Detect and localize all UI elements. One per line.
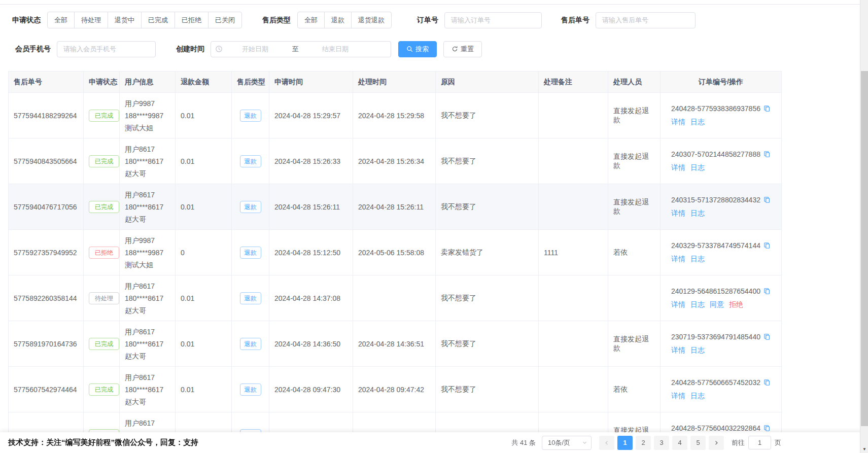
action-link[interactable]: 日志 xyxy=(690,255,705,263)
remark-cell xyxy=(539,412,608,433)
filter-row-1: 申请状态 全部待处理退货中已完成已拒绝已关闭 售后类型 全部退款退货退款 订单号… xyxy=(0,12,868,28)
reason-cell: 我不想要了 xyxy=(436,138,539,184)
refund-amount-cell: 0 xyxy=(176,230,232,275)
user-info-line: 180****8617 xyxy=(125,155,170,167)
user-info-cell: 用户8617180****8617赵大哥 xyxy=(120,184,176,230)
table-row: 已完成 用户8617 退款 直接发起退款 240428-577560403229… xyxy=(9,412,782,433)
prev-page-button[interactable] xyxy=(599,436,614,450)
order-actions-cell: 240428-5775606657452032 详情日志 xyxy=(661,367,782,412)
type-filter-label: 售后类型 xyxy=(262,16,291,25)
reset-button[interactable]: 重置 xyxy=(443,41,482,57)
table-row: 5775927357949952 已拒绝 用户9987188****9987测试… xyxy=(9,230,782,275)
page-size-select[interactable]: 10条/页 xyxy=(542,436,592,450)
copy-icon[interactable] xyxy=(763,196,771,205)
action-link[interactable]: 日志 xyxy=(690,300,705,308)
search-icon xyxy=(406,46,413,52)
action-link[interactable]: 详情 xyxy=(671,255,685,263)
goto-page-input[interactable] xyxy=(748,436,771,449)
user-info-cell: 用户9987188****9987测试大姐 xyxy=(120,93,176,138)
copy-icon[interactable] xyxy=(763,288,771,296)
handler-cell xyxy=(608,275,661,321)
status-option[interactable]: 已完成 xyxy=(141,12,175,28)
remark-cell xyxy=(539,184,608,230)
status-badge: 已完成 xyxy=(89,201,119,213)
reason-cell: 卖家发错货了 xyxy=(436,230,539,275)
remark-cell xyxy=(539,321,608,367)
order-number: 240307-5702144858277888 xyxy=(671,150,760,158)
reason-cell: 我不想要了 xyxy=(436,93,539,138)
copy-icon[interactable] xyxy=(763,105,771,114)
action-link[interactable]: 详情 xyxy=(671,163,685,171)
action-link[interactable]: 同意 xyxy=(710,300,724,308)
chevron-down-icon xyxy=(582,440,587,445)
status-option[interactable]: 待处理 xyxy=(74,12,108,28)
order-no-input[interactable] xyxy=(444,12,542,28)
page-button[interactable]: 5 xyxy=(690,436,706,450)
search-button[interactable]: 搜索 xyxy=(398,41,437,57)
action-link[interactable]: 拒绝 xyxy=(729,300,743,308)
start-date-input[interactable] xyxy=(223,45,288,53)
page-button[interactable]: 3 xyxy=(654,436,669,450)
type-cell: 退款 xyxy=(232,93,269,138)
scrollbar-thumb[interactable] xyxy=(861,71,868,426)
apply-time-cell: 2024-04-28 15:12:50 xyxy=(269,230,353,275)
aftersale-no-input[interactable] xyxy=(596,12,696,28)
user-info-line: 用户9987 xyxy=(125,97,170,110)
action-link[interactable]: 日志 xyxy=(690,118,705,126)
status-cell: 已完成 xyxy=(84,321,120,367)
order-number: 240428-5775606657452032 xyxy=(671,378,760,387)
action-link[interactable]: 日志 xyxy=(690,346,705,354)
phone-input[interactable] xyxy=(57,41,156,57)
type-option[interactable]: 退货退款 xyxy=(351,12,392,28)
remark-cell xyxy=(539,138,608,184)
apply-time-cell xyxy=(269,412,353,433)
action-link[interactable]: 日志 xyxy=(690,209,705,217)
column-header: 处理时间 xyxy=(353,72,436,93)
action-link[interactable]: 详情 xyxy=(671,346,685,354)
action-link[interactable]: 详情 xyxy=(671,392,685,400)
status-option[interactable]: 已关闭 xyxy=(208,12,242,28)
copy-icon[interactable] xyxy=(763,333,771,342)
copy-icon[interactable] xyxy=(763,151,771,159)
action-link[interactable]: 详情 xyxy=(671,209,685,217)
aftersale-no-cell: 5775940476717056 xyxy=(9,184,84,230)
column-header: 处理备注 xyxy=(539,72,608,93)
handler-cell: 直接发起退款 xyxy=(608,184,661,230)
end-date-input[interactable] xyxy=(303,45,368,53)
vertical-scrollbar[interactable]: ▼ xyxy=(860,0,868,453)
footer-bar: 技术支持：关注“编写美好前程”微信公众号，回复：支持 共 41 条 10条/页 … xyxy=(0,432,868,453)
status-option[interactable]: 退货中 xyxy=(108,12,142,28)
type-option[interactable]: 全部 xyxy=(297,12,325,28)
refund-amount-cell: 0.01 xyxy=(176,138,232,184)
row-actions: 详情日志 xyxy=(671,118,771,127)
scrollbar-down-arrow[interactable]: ▼ xyxy=(860,447,868,451)
next-page-button[interactable] xyxy=(709,436,724,450)
copy-icon[interactable] xyxy=(763,379,771,388)
copy-icon[interactable] xyxy=(763,242,771,251)
created-time-label: 创建时间 xyxy=(176,45,204,54)
row-actions: 详情日志 xyxy=(671,209,771,218)
handle-time-cell: 2024-04-28 09:47:42 xyxy=(353,367,436,412)
page-button[interactable]: 1 xyxy=(617,436,633,450)
reason-cell xyxy=(436,412,539,433)
handle-time-cell: 2024-05-06 15:58:08 xyxy=(353,230,436,275)
status-option[interactable]: 已拒绝 xyxy=(175,12,209,28)
user-info-line: 180****8617 xyxy=(125,201,170,213)
status-option[interactable]: 全部 xyxy=(47,12,75,28)
support-text: 技术支持：关注“编写美好前程”微信公众号，回复：支持 xyxy=(8,438,198,447)
type-cell: 退款 xyxy=(232,230,269,275)
table-row: 5775891970164736 已完成 用户8617180****8617赵大… xyxy=(9,321,782,367)
copy-icon[interactable] xyxy=(763,425,771,433)
date-range-picker[interactable]: 至 xyxy=(211,41,391,57)
action-link[interactable]: 日志 xyxy=(690,392,705,400)
user-info-line: 测试大姐 xyxy=(125,259,170,271)
type-option[interactable]: 退款 xyxy=(324,12,352,28)
status-cell: 待处理 xyxy=(84,275,120,321)
user-info-line: 用户8617 xyxy=(125,371,170,384)
action-link[interactable]: 详情 xyxy=(671,300,685,308)
chevron-right-icon xyxy=(713,440,719,446)
page-button[interactable]: 2 xyxy=(636,436,651,450)
action-link[interactable]: 详情 xyxy=(671,118,685,126)
page-button[interactable]: 4 xyxy=(672,436,687,450)
action-link[interactable]: 日志 xyxy=(690,163,705,171)
